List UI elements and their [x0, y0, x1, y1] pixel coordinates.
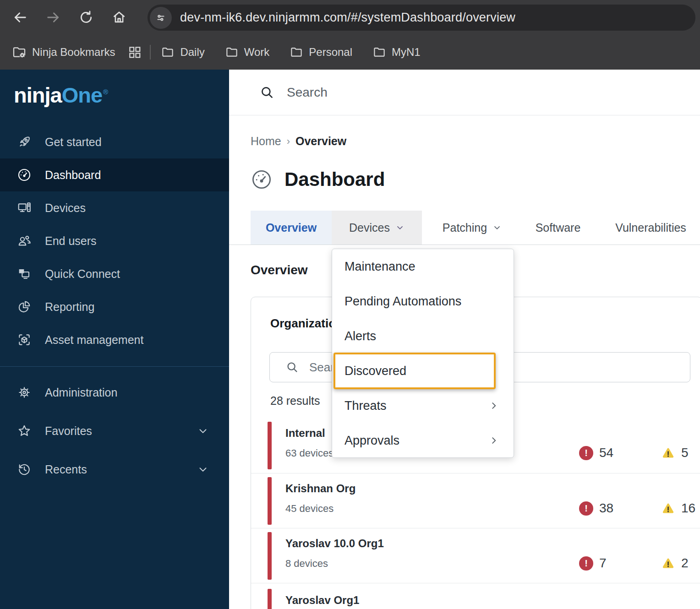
warning-triangle-icon [661, 446, 675, 460]
folder-icon [161, 45, 175, 59]
tab-overview[interactable]: Overview [251, 211, 332, 245]
url-text: dev-nm-ik6.dev.ninjarmm.com/#/systemDash… [180, 11, 515, 25]
devices-icon [16, 200, 32, 216]
sidebar-item-label: Asset management [45, 333, 143, 347]
sidebar-item-label: Recents [45, 463, 87, 476]
global-search-input[interactable] [287, 85, 562, 100]
bookmark-folder-work[interactable]: Work [225, 45, 270, 59]
sidebar-item-favorites[interactable]: Favorites [0, 412, 229, 450]
error-count: 7 [599, 556, 607, 571]
gauge-icon [16, 167, 32, 183]
org-name: Internal [285, 427, 325, 440]
org-status-bar [268, 477, 272, 525]
error-count: 38 [599, 501, 613, 516]
breadcrumb-home[interactable]: Home [251, 135, 281, 148]
sidebar-divider [0, 366, 229, 367]
sidebar-item-recents[interactable]: Recents [0, 450, 229, 489]
chevron-right-icon [489, 435, 499, 446]
org-status-bar [268, 589, 272, 609]
dashboard-gauge-icon [251, 169, 273, 190]
star-icon [16, 423, 32, 439]
menu-item-alerts[interactable]: Alerts [332, 319, 514, 353]
org-status-bar [268, 422, 272, 469]
reload-icon[interactable] [76, 7, 96, 27]
page-title: Dashboard [284, 169, 385, 190]
ninjaone-logo: ninjaOne® [14, 82, 108, 108]
org-row[interactable]: Krishnan Org 45 devices ! 38 16 [251, 473, 700, 528]
tab-vulnerabilities[interactable]: Vulnerabilities [608, 211, 693, 245]
pie-chart-icon [16, 299, 32, 315]
menu-item-discovered[interactable]: Discovered [332, 353, 514, 388]
menu-item-pending-automations[interactable]: Pending Automations [332, 284, 514, 319]
main-content: Home › Overview Dashboard Overview Devic… [229, 70, 700, 609]
global-search-bar [229, 70, 700, 115]
quick-connect-icon [16, 266, 32, 282]
menu-item-threats[interactable]: Threats [332, 388, 514, 423]
breadcrumb-separator: › [287, 136, 290, 147]
apps-grid-button[interactable] [128, 45, 142, 59]
bookmarks-label: Ninja Bookmarks [32, 46, 115, 59]
search-icon [259, 85, 275, 100]
menu-item-maintenance[interactable]: Maintenance [332, 249, 514, 284]
gear-icon [16, 385, 32, 400]
warning-count: 2 [681, 556, 689, 571]
error-icon: ! [579, 556, 593, 571]
sidebar-item-label: Devices [45, 201, 86, 215]
results-count: 28 results [270, 394, 320, 408]
chevron-right-icon [489, 401, 499, 411]
org-name: Yaroslav 10.0 Org1 [285, 537, 384, 550]
page-title-bar: Dashboard [251, 169, 385, 190]
bookmark-folder-daily[interactable]: Daily [161, 45, 204, 59]
url-bar[interactable]: dev-nm-ik6.dev.ninjarmm.com/#/systemDash… [148, 5, 695, 31]
rocket-icon [16, 134, 32, 150]
back-icon[interactable] [10, 7, 30, 27]
sidebar-item-label: Get started [45, 136, 102, 149]
browser-toolbar: dev-nm-ik6.dev.ninjarmm.com/#/systemDash… [0, 0, 700, 35]
error-count: 54 [599, 446, 613, 460]
bookmark-folder-personal[interactable]: Personal [290, 45, 352, 59]
sidebar-item-devices[interactable]: Devices [0, 191, 229, 224]
org-status-bar [268, 532, 272, 580]
sidebar-item-asset-management[interactable]: Asset management [0, 323, 229, 356]
ninja-bookmarks-folder[interactable]: Ninja Bookmarks [12, 45, 115, 60]
sidebar-item-get-started[interactable]: Get started [0, 125, 229, 158]
tab-patching[interactable]: Patching [433, 211, 511, 245]
menu-item-approvals[interactable]: Approvals [332, 423, 514, 458]
sidebar-item-label: Quick Connect [45, 267, 120, 281]
site-settings-circle[interactable] [150, 7, 172, 29]
chevron-down-icon [197, 463, 209, 475]
sidebar-item-end-users[interactable]: End users [0, 224, 229, 257]
forward-icon[interactable] [43, 7, 63, 27]
warning-badge: 5 [661, 446, 689, 460]
sidebar-item-quick-connect[interactable]: Quick Connect [0, 257, 229, 290]
warning-count: 16 [681, 501, 695, 516]
breadcrumb: Home › Overview [251, 135, 346, 148]
section-heading: Overview [251, 263, 308, 277]
chevron-down-icon [197, 425, 209, 437]
sidebar-item-label: Dashboard [45, 169, 101, 182]
error-icon: ! [579, 501, 593, 516]
tab-software[interactable]: Software [530, 211, 585, 245]
sidebar-item-administration[interactable]: Administration [0, 373, 229, 412]
org-row[interactable]: Yaroslav Org1 [251, 583, 700, 609]
org-device-count: 45 devices [285, 503, 334, 515]
folder-icon [290, 45, 303, 59]
warning-triangle-icon [661, 556, 675, 571]
tab-devices[interactable]: Devices [332, 211, 422, 245]
asset-cube-icon [16, 332, 32, 348]
browser-chrome: dev-nm-ik6.dev.ninjarmm.com/#/systemDash… [0, 0, 700, 70]
org-name: Yaroslav Org1 [285, 594, 359, 607]
sidebar-item-reporting[interactable]: Reporting [0, 290, 229, 323]
bookmark-folder-myn1[interactable]: MyN1 [372, 45, 421, 59]
sidebar-item-label: Favorites [45, 424, 92, 438]
breadcrumb-current: Overview [295, 135, 346, 148]
ninjaone-dashboard-screen: dev-nm-ik6.dev.ninjarmm.com/#/systemDash… [0, 0, 700, 609]
home-icon[interactable] [109, 7, 129, 27]
sidebar-item-dashboard[interactable]: Dashboard [0, 158, 229, 191]
apps-grid-icon [128, 45, 142, 59]
folder-icon [225, 45, 239, 59]
folder-icon [372, 45, 386, 59]
org-row[interactable]: Yaroslav 10.0 Org1 8 devices ! 7 2 [251, 528, 700, 583]
org-device-count: 63 devices [285, 447, 334, 459]
search-icon [285, 360, 299, 374]
